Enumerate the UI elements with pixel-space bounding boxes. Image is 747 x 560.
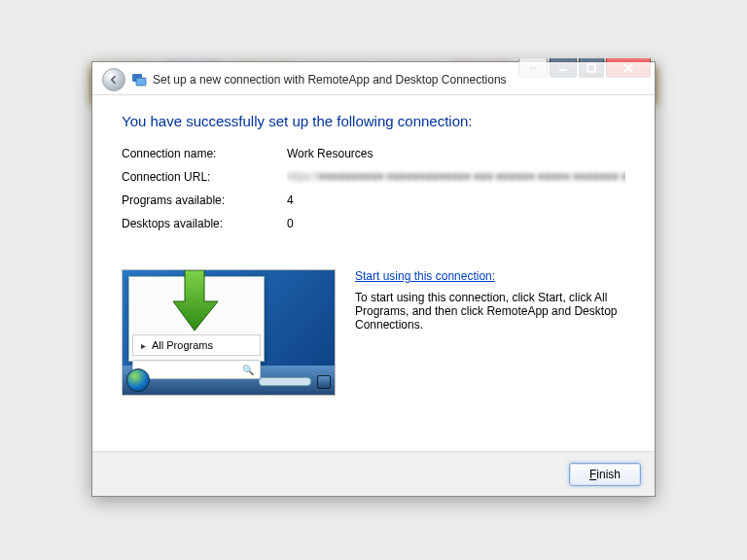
page-heading: You have successfully set up the followi… — [122, 113, 625, 129]
connection-details: Connection name: Work Resources Connecti… — [122, 147, 625, 240]
wizard-window: ⇔ Set up a new connection with RemoteApp… — [91, 61, 656, 497]
finish-button[interactable]: Finish — [569, 463, 641, 486]
instruction-text: To start using this connection, click St… — [355, 291, 625, 332]
instruction-block: Start using this connection: To start us… — [355, 269, 625, 396]
svg-rect-3 — [136, 78, 146, 86]
start-search-box: 🔍 — [132, 360, 261, 379]
connection-url-label: Connection URL: — [122, 170, 287, 184]
search-icon: 🔍 — [242, 365, 254, 375]
desktops-available-value: 0 — [287, 217, 625, 230]
start-using-link[interactable]: Start using this connection: — [355, 269, 495, 283]
connection-name-value: Work Resources — [287, 147, 625, 160]
down-arrow-icon — [163, 269, 226, 336]
connection-url-value: https://■■■■■■■■■■ ■■■■■■■■■■■■■ ■■■ ■■■… — [287, 170, 625, 184]
back-button[interactable] — [102, 68, 125, 91]
start-orb-icon — [126, 368, 150, 392]
desktops-available-label: Desktops available: — [122, 217, 287, 230]
programs-available-value: 4 — [287, 193, 625, 207]
programs-available-label: Programs available: — [122, 193, 287, 207]
wizard-footer: Finish — [92, 451, 655, 496]
wizard-title: Set up a new connection with RemoteApp a… — [153, 73, 507, 87]
start-menu-illustration: All Programs 🔍 — [122, 269, 336, 396]
wizard-header: Set up a new connection with RemoteApp a… — [92, 62, 655, 95]
remoteapp-icon — [131, 72, 147, 88]
connection-name-label: Connection name: — [122, 147, 287, 160]
all-programs-item: All Programs — [132, 334, 261, 356]
